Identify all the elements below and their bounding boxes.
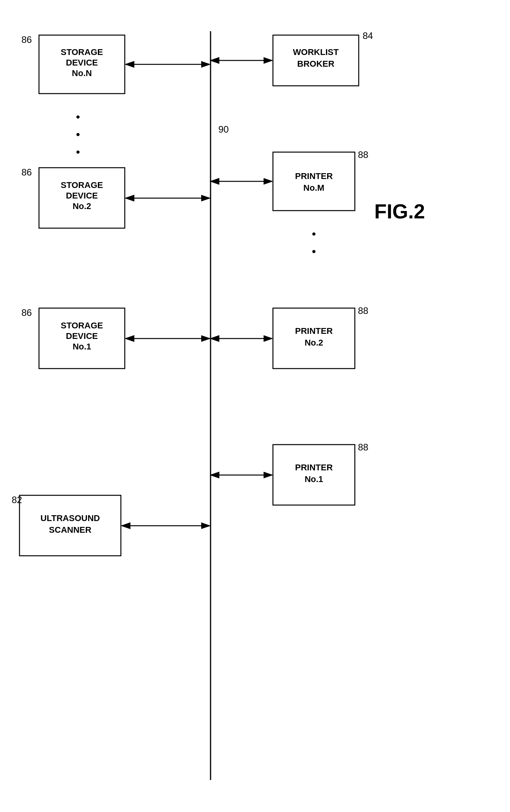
printer-2-label-2: No.2 xyxy=(305,338,323,347)
storage-1-label-1: STORAGE xyxy=(61,321,103,330)
storage-2-ref: 86 xyxy=(21,167,32,177)
storage-1-ref: 86 xyxy=(21,307,32,318)
ultrasound-label-1: ULTRASOUND xyxy=(41,513,100,523)
dots-2: • xyxy=(76,128,80,141)
storage-1-label-2: DEVICE xyxy=(66,331,98,341)
printer-2-label-1: PRINTER xyxy=(295,326,333,336)
printer-1-label-2: No.1 xyxy=(305,474,323,484)
printer-1-ref: 88 xyxy=(358,442,368,452)
storage-2-label-3: No.2 xyxy=(73,201,91,211)
diagram-container: 90 WORKLIST BROKER 84 STORAGE DEVICE No.… xyxy=(0,0,510,812)
dots-1: • xyxy=(76,110,80,123)
printer-m-box xyxy=(273,152,355,211)
storage-n-label-3: No.N xyxy=(72,68,92,78)
printer-m-label-2: No.M xyxy=(303,183,324,193)
worklist-broker-label-1: WORKLIST xyxy=(293,47,339,57)
storage-n-ref: 86 xyxy=(21,34,32,45)
figure-label: FIG.2 xyxy=(374,200,425,223)
printer-2-ref: 88 xyxy=(358,305,368,316)
dots-printer-2: • xyxy=(312,245,316,258)
ultrasound-label-2: SCANNER xyxy=(49,525,92,535)
worklist-broker-label-2: BROKER xyxy=(297,59,334,69)
dots-3: • xyxy=(76,145,80,158)
worklist-broker-ref: 84 xyxy=(363,30,373,41)
storage-2-label-1: STORAGE xyxy=(61,180,103,190)
storage-2-label-2: DEVICE xyxy=(66,191,98,200)
storage-n-label-2: DEVICE xyxy=(66,58,98,67)
bus-ref-label: 90 xyxy=(218,124,229,135)
printer-1-label-1: PRINTER xyxy=(295,463,333,472)
ultrasound-ref: 82 xyxy=(12,495,22,505)
printer-m-label-1: PRINTER xyxy=(295,171,333,181)
printer-m-ref: 88 xyxy=(358,149,368,160)
storage-n-label-1: STORAGE xyxy=(61,47,103,57)
storage-1-label-3: No.1 xyxy=(73,342,91,351)
dots-printer-1: • xyxy=(312,227,316,240)
